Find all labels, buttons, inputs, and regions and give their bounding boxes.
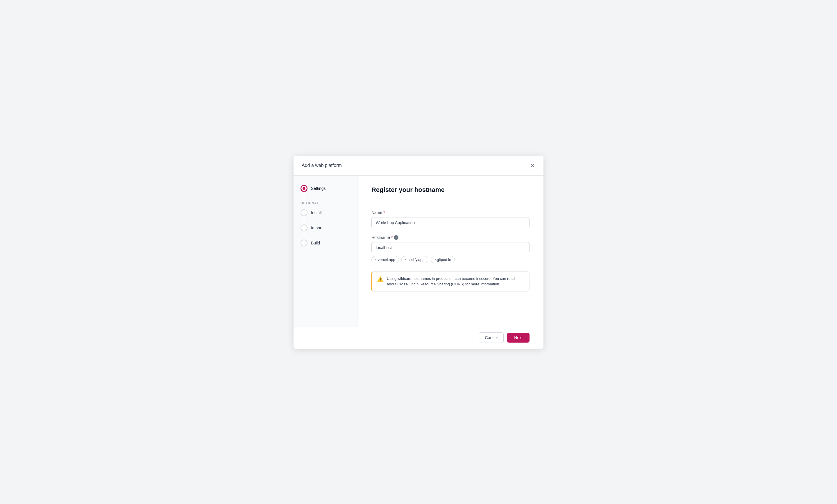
warning-icon: ⚠️: [377, 276, 383, 282]
cancel-button[interactable]: Cancel: [479, 332, 504, 343]
step-item-settings[interactable]: Settings: [301, 185, 350, 192]
step-label-settings: Settings: [311, 186, 326, 191]
close-icon: ×: [531, 163, 534, 168]
step-label-import: Import: [311, 226, 323, 230]
hostname-label: Hostname* i: [371, 235, 530, 240]
step-connector-2: [304, 216, 304, 224]
name-input[interactable]: [371, 217, 530, 228]
hostname-input[interactable]: [371, 242, 530, 253]
main-content: Register your hostname Name* Hostname* i…: [357, 176, 544, 326]
name-label: Name*: [371, 210, 530, 215]
modal-title: Add a web platform: [302, 163, 342, 168]
chip-netlify[interactable]: *.netlify.app: [402, 256, 428, 263]
step-circle-import: [301, 224, 307, 231]
hostname-info-icon[interactable]: i: [394, 235, 398, 240]
optional-section-label: OPTIONAL: [301, 201, 350, 205]
cors-link[interactable]: Cross-Origin Resource Sharing (CORS): [397, 282, 464, 286]
modal-body: Settings OPTIONAL Install Import Build: [293, 176, 544, 326]
close-button[interactable]: ×: [530, 162, 535, 170]
warning-box: ⚠️ Using wildcard hostnames in productio…: [371, 272, 530, 292]
chip-vercel[interactable]: *.vercel.app: [371, 256, 399, 263]
step-circle-settings: [301, 185, 307, 192]
hostname-chips: *.vercel.app *.netlify.app *.gitpod.io: [371, 256, 530, 263]
step-item-import[interactable]: Import: [301, 224, 350, 231]
step-connector-3: [304, 231, 304, 240]
next-button[interactable]: Next: [507, 333, 530, 342]
step-label-build: Build: [311, 241, 320, 245]
name-required-star: *: [383, 210, 385, 215]
step-label-install: Install: [311, 210, 322, 215]
chip-gitpod[interactable]: *.gitpod.io: [431, 256, 455, 263]
step-circle-install: [301, 209, 307, 216]
name-form-group: Name*: [371, 210, 530, 228]
step-item-build[interactable]: Build: [301, 240, 350, 246]
warning-text: Using wildcard hostnames in production c…: [387, 276, 524, 287]
hostname-required-star: *: [391, 235, 393, 240]
sidebar: Settings OPTIONAL Install Import Build: [293, 176, 357, 326]
modal-header: Add a web platform ×: [293, 156, 544, 176]
hostname-form-group: Hostname* i *.vercel.app *.netlify.app *…: [371, 235, 530, 263]
modal: Add a web platform × Settings OPTIONAL I…: [293, 156, 544, 349]
step-item-install[interactable]: Install: [301, 209, 350, 216]
section-title: Register your hostname: [371, 186, 530, 194]
step-circle-build: [301, 240, 307, 246]
step-connector-1: [304, 192, 304, 200]
modal-footer: Cancel Next: [293, 326, 544, 349]
